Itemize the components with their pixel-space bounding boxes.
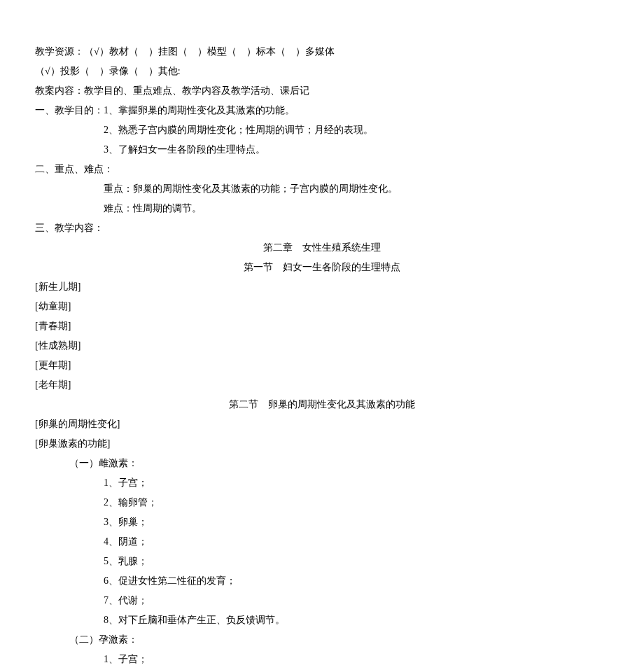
period-old-age: [老年期] <box>35 375 609 395</box>
topic-ovary-cycle: [卵巢的周期性变化] <box>35 414 609 434</box>
resource2-opt-1: （ ）录像 <box>80 66 129 76</box>
period-maturity: [性成熟期] <box>35 336 609 356</box>
keypoints-difficulty: 难点：性周期的调节。 <box>35 199 609 218</box>
resources-line-2: （√）投影（ ）录像（ ）其他: <box>35 62 609 81</box>
topic-hormone-function: [卵巢激素的功能] <box>35 434 609 454</box>
estrogen-item-2: 2、输卵管； <box>35 493 609 512</box>
estrogen-item-1: 1、子宫； <box>35 473 609 493</box>
progesterone-item-1: 1、子宫； <box>35 650 609 669</box>
resources-label: 教学资源： <box>35 46 84 57</box>
keypoints-focus: 重点：卵巢的周期性变化及其激素的功能；子宫内膜的周期性变化。 <box>35 179 609 199</box>
resource-opt-0: （√）教材 <box>84 46 129 57</box>
section2-title: 第二节 卵巢的周期性变化及其激素的功能 <box>35 395 609 414</box>
resource-opt-2: （ ）模型 <box>178 46 227 57</box>
plan-content: 教案内容：教学目的、重点难点、教学内容及教学活动、课后记 <box>35 81 609 101</box>
objective-2: 2、熟悉子宫内膜的周期性变化；性周期的调节；月经的表现。 <box>35 120 609 140</box>
keypoints-label: 二、重点、难点： <box>35 160 609 179</box>
resource2-opt-2: （ ）其他: <box>129 66 181 76</box>
period-childhood: [幼童期] <box>35 297 609 316</box>
resource2-opt-0: （√）投影 <box>35 66 80 76</box>
resource-opt-1: （ ）挂图 <box>129 46 178 57</box>
estrogen-item-3: 3、卵巢； <box>35 512 609 532</box>
objectives-label: 一、教学目的： <box>35 105 104 116</box>
estrogen-item-8: 8、对下丘脑和垂体产生正、负反馈调节。 <box>35 610 609 630</box>
resources-line-1: 教学资源：（√）教材（ ）挂图（ ）模型（ ）标本（ ）多媒体 <box>35 42 609 62</box>
teaching-content-label: 三、教学内容： <box>35 218 609 238</box>
estrogen-item-5: 5、乳腺； <box>35 552 609 571</box>
period-puberty: [青春期] <box>35 316 609 336</box>
objective-1: 1、掌握卵巢的周期性变化及其激素的功能。 <box>104 105 295 116</box>
estrogen-item-4: 4、阴道； <box>35 532 609 552</box>
estrogen-label: （一）雌激素： <box>35 454 609 473</box>
resource-opt-4: （ ）多媒体 <box>276 46 335 57</box>
estrogen-item-7: 7、代谢； <box>35 591 609 610</box>
objective-3: 3、了解妇女一生各阶段的生理特点。 <box>35 140 609 160</box>
chapter-title: 第二章 女性生殖系统生理 <box>35 238 609 258</box>
resource-opt-3: （ ）标本 <box>227 46 276 57</box>
section1-title: 第一节 妇女一生各阶段的生理特点 <box>35 258 609 277</box>
period-newborn: [新生儿期] <box>35 277 609 297</box>
period-menopause: [更年期] <box>35 356 609 375</box>
objectives-line-1: 一、教学目的：1、掌握卵巢的周期性变化及其激素的功能。 <box>35 101 609 120</box>
estrogen-item-6: 6、促进女性第二性征的发育； <box>35 571 609 591</box>
progesterone-label: （二）孕激素： <box>35 630 609 650</box>
